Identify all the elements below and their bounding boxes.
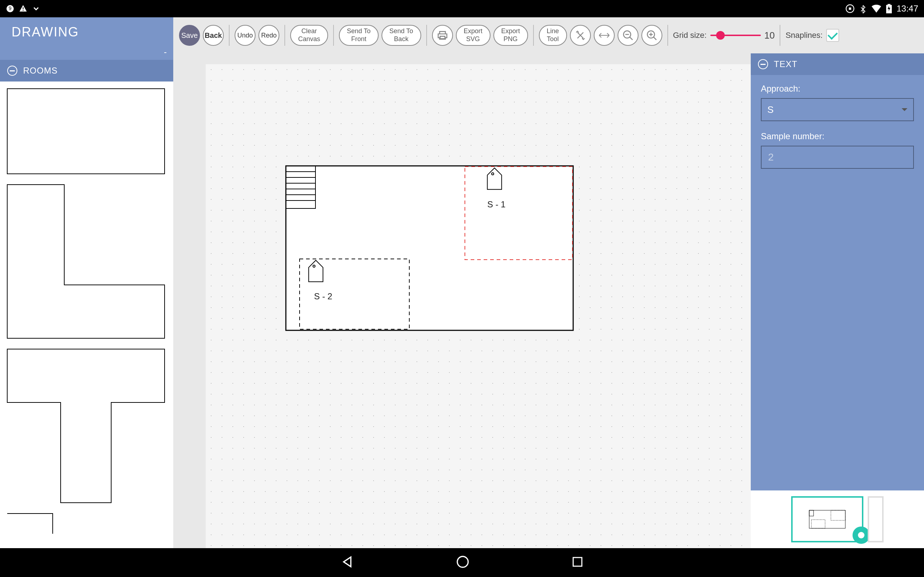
svg-rect-27 (831, 510, 845, 521)
grid-size-slider[interactable] (710, 35, 761, 36)
chevron-down-icon (32, 4, 40, 13)
svg-point-29 (457, 556, 468, 567)
slider-thumb[interactable] (716, 31, 725, 40)
svg-rect-26 (809, 510, 814, 516)
grid-size-label: Grid size: (673, 31, 707, 40)
svg-rect-24 (761, 64, 766, 65)
divider (426, 25, 427, 46)
recents-nav-button[interactable] (571, 555, 584, 570)
back-button[interactable]: Back (203, 25, 224, 46)
sample-number-input[interactable] (761, 146, 914, 169)
right-properties-panel: TEXT Approach: S Sample number: (751, 53, 924, 548)
rotate-lock-icon (845, 4, 855, 13)
sample-number-label: Sample number: (761, 131, 914, 141)
wifi-icon (871, 5, 881, 13)
collapse-icon[interactable] (758, 59, 768, 69)
rooms-label: ROOMS (23, 66, 58, 76)
snaplines-label: Snaplines: (785, 31, 822, 40)
print-button[interactable] (432, 25, 453, 46)
sidebar-header: DRAWING (0, 17, 173, 47)
svg-rect-2 (23, 7, 23, 10)
divider (284, 25, 285, 46)
resize-horizontal-button[interactable] (594, 25, 615, 46)
arrows-horizontal-icon (598, 32, 610, 39)
redo-button[interactable]: Redo (258, 25, 279, 46)
approach-select[interactable]: S (761, 98, 914, 121)
notification-icon: 9 (6, 4, 15, 13)
android-nav-bar (0, 548, 924, 577)
clock-time: 13:47 (897, 3, 918, 14)
clear-canvas-button[interactable]: Clear Canvas (290, 25, 328, 46)
room-shape-t-shape[interactable] (6, 348, 167, 505)
export-png-button[interactable]: Export PNG (493, 25, 528, 46)
move-tool-button[interactable] (570, 25, 591, 46)
sidebar-subtitle: - (0, 47, 173, 60)
tag-label-2[interactable]: S - 2 (314, 292, 333, 301)
room-shape-l-shape[interactable] (6, 184, 167, 340)
send-to-front-button[interactable]: Send To Front (339, 25, 379, 46)
svg-rect-28 (811, 520, 825, 528)
send-to-back-button[interactable]: Send To Back (381, 25, 421, 46)
floor-plan[interactable] (285, 165, 574, 331)
home-nav-button[interactable] (456, 554, 470, 571)
collapse-icon[interactable] (7, 66, 17, 76)
room-shape-small[interactable] (6, 513, 167, 536)
zoom-out-icon (623, 30, 633, 41)
panel-title: TEXT (774, 59, 797, 69)
page-thumbnails (751, 490, 924, 548)
page-title: DRAWING (11, 24, 79, 40)
printer-icon (437, 29, 448, 41)
snaplines-control: Snaplines: (785, 29, 839, 42)
arrows-move-icon (575, 30, 585, 40)
zoom-out-button[interactable] (617, 25, 638, 46)
rooms-section-header[interactable]: ROOMS (0, 60, 173, 82)
chevron-down-icon (901, 108, 908, 111)
divider (333, 25, 334, 46)
approach-label: Approach: (761, 84, 914, 94)
svg-rect-12 (286, 166, 573, 330)
zoom-in-button[interactable] (641, 25, 662, 46)
svg-rect-25 (809, 510, 845, 528)
zoom-in-icon (646, 30, 657, 41)
divider (533, 25, 534, 46)
top-toolbar: Save Back Undo Redo Clear Canvas Send To… (173, 17, 924, 53)
save-button[interactable]: Save (179, 25, 200, 46)
back-nav-button[interactable] (340, 554, 354, 571)
left-sidebar: DRAWING - ROOMS (0, 17, 173, 548)
room-shapes-list (0, 82, 173, 548)
page-thumbnail-next[interactable] (868, 496, 884, 542)
svg-rect-3 (23, 10, 23, 11)
battery-charging-icon (886, 4, 892, 13)
undo-button[interactable]: Undo (234, 25, 255, 46)
text-panel-header[interactable]: TEXT (751, 53, 924, 75)
divider (667, 25, 668, 46)
page-thumbnail-active[interactable] (791, 496, 863, 542)
snaplines-checkbox[interactable] (826, 29, 839, 42)
grid-size-control: Grid size: 10 (673, 30, 775, 41)
drawing-canvas[interactable]: S - 1 S - 2 (206, 64, 751, 548)
room-shape-rectangle[interactable] (6, 88, 167, 176)
warning-icon (19, 4, 27, 13)
active-page-indicator-icon (853, 527, 870, 544)
svg-rect-8 (10, 70, 15, 71)
divider (229, 25, 229, 46)
svg-rect-30 (573, 558, 582, 566)
line-tool-button[interactable]: Line Tool (539, 25, 567, 46)
panel-body: Approach: S Sample number: (751, 75, 924, 490)
android-status-bar: 9 13:47 (0, 0, 924, 17)
svg-rect-5 (849, 8, 851, 10)
divider (780, 25, 780, 46)
svg-rect-7 (888, 4, 890, 5)
svg-rect-9 (7, 89, 165, 174)
grid-size-value: 10 (764, 30, 775, 41)
export-svg-button[interactable]: Export SVG (456, 25, 491, 46)
bluetooth-icon (859, 4, 867, 13)
tag-label-1[interactable]: S - 1 (487, 200, 506, 210)
check-icon (828, 29, 838, 40)
svg-text:9: 9 (9, 5, 11, 11)
